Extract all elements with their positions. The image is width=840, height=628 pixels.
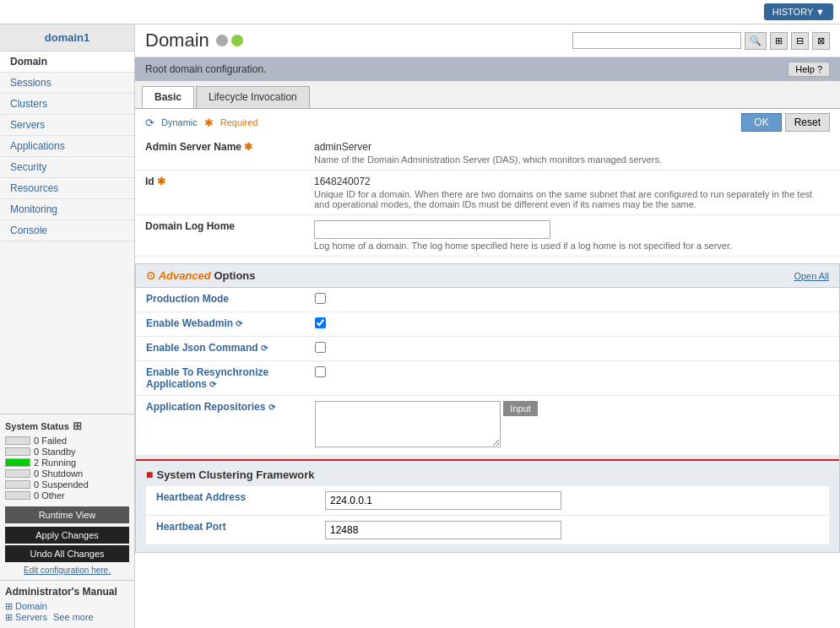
adv-label-production-mode: Production Mode xyxy=(136,288,305,312)
status-rows: 0 Failed 0 Standby 2 Running 0 Shutdown xyxy=(5,436,129,501)
tab-lifecycle-invocation[interactable]: Lifecycle Invocation xyxy=(196,86,310,108)
edit-config-link[interactable]: Edit configuration here. xyxy=(5,566,129,575)
page-title: Domain xyxy=(145,30,209,51)
runtime-view-button[interactable]: Runtime View xyxy=(5,506,129,523)
sidebar: domain1 Domain Sessions Clusters Servers… xyxy=(0,24,135,628)
search-button[interactable]: 🔍 xyxy=(745,32,767,50)
search-btn-4[interactable]: ⊠ xyxy=(812,32,830,50)
status-row-failed: 0 Failed xyxy=(5,436,129,446)
json-sync-icon: ⟳ xyxy=(261,344,268,353)
apply-changes-button[interactable]: Apply Changes xyxy=(5,527,129,544)
sidebar-item-servers[interactable]: Servers xyxy=(0,115,134,136)
status-row-running: 2 Running xyxy=(5,457,129,468)
enable-json-checkbox[interactable] xyxy=(315,342,326,353)
status-bar-shutdown xyxy=(5,469,30,478)
status-bar-running xyxy=(5,458,30,467)
field-label-id: Id ✱ xyxy=(135,171,304,215)
status-label-standby: 0 Standby xyxy=(34,447,76,457)
info-bar: Root domain configuration. Help ? xyxy=(135,57,840,81)
help-button[interactable]: Help ? xyxy=(788,62,830,77)
search-bar: 🔍 ⊞ ⊟ ⊠ xyxy=(572,32,830,50)
domain-circles xyxy=(216,35,243,46)
admin-manual-links: ⊞ Domain ⊞ Servers See more xyxy=(5,601,129,623)
reset-button[interactable]: Reset xyxy=(785,113,830,132)
admin-manual-servers-link[interactable]: ⊞ Servers xyxy=(5,612,47,622)
ok-button[interactable]: OK xyxy=(741,113,781,132)
sidebar-item-resources[interactable]: Resources xyxy=(0,178,134,199)
admin-manual-see-more-link[interactable]: See more xyxy=(53,612,94,622)
admin-server-desc: Name of the Domain Administration Server… xyxy=(314,154,830,165)
field-label-domain-log: Domain Log Home xyxy=(135,215,304,257)
field-value-domain-log: Log home of a domain. The log home speci… xyxy=(304,215,840,257)
sidebar-item-monitoring[interactable]: Monitoring xyxy=(0,199,134,220)
resync-sync-icon: ⟳ xyxy=(209,380,216,389)
table-row-id: Id ✱ 1648240072 Unique ID for a domain. … xyxy=(135,171,840,215)
app-wrapper: HISTORY ▼ domain1 Domain Sessions Cluste… xyxy=(0,0,840,628)
required-star-admin: ✱ xyxy=(244,141,252,153)
domain-log-home-input[interactable] xyxy=(314,220,550,239)
search-btn-3[interactable]: ⊟ xyxy=(791,32,809,50)
tab-basic[interactable]: Basic xyxy=(142,86,194,108)
dynamic-label: Dynamic xyxy=(161,117,198,127)
advanced-options-label: Options xyxy=(214,269,255,282)
advanced-icon: ⊙ xyxy=(146,269,155,282)
app-repos-input-button[interactable]: Input xyxy=(503,401,537,416)
search-btn-2[interactable]: ⊞ xyxy=(770,32,788,50)
cluster-icon: ■ xyxy=(146,468,153,481)
table-row-admin-server: Admin Server Name ✱ adminServer Name of … xyxy=(135,136,840,171)
sidebar-item-domain[interactable]: Domain xyxy=(0,51,134,73)
ok-reset-btns: OK Reset xyxy=(741,113,830,132)
sidebar-nav: Domain Sessions Clusters Servers Applica… xyxy=(0,51,134,414)
admin-manual: Administrator's Manual ⊞ Domain ⊞ Server… xyxy=(0,580,134,628)
status-label-failed: 0 Failed xyxy=(34,436,67,446)
app-repos-textarea[interactable] xyxy=(315,401,501,447)
cluster-value-heartbeat-port xyxy=(315,516,829,545)
system-status-header: System Status ⊞ xyxy=(5,420,129,432)
search-input[interactable] xyxy=(572,32,741,49)
required-star-id: ✱ xyxy=(157,176,165,187)
production-mode-checkbox[interactable] xyxy=(315,293,326,304)
cluster-row-heartbeat-port: Heartbeat Port xyxy=(146,516,829,545)
sidebar-item-console[interactable]: Console xyxy=(0,220,134,241)
adv-row-enable-json: Enable Json Command ⟳ xyxy=(136,337,839,361)
sidebar-item-applications[interactable]: Applications xyxy=(0,136,134,157)
heartbeat-address-input[interactable] xyxy=(325,491,561,510)
cluster-title-text: System Clustering Framework xyxy=(156,468,314,481)
status-label-suspended: 0 Suspended xyxy=(34,479,89,490)
system-status-add-icon[interactable]: ⊞ xyxy=(73,420,82,432)
status-label-running: 2 Running xyxy=(34,457,76,468)
admin-manual-domain-link[interactable]: ⊞ Domain xyxy=(5,601,47,611)
status-bar-suspended xyxy=(5,480,30,489)
enable-resync-checkbox[interactable] xyxy=(315,366,326,377)
history-button[interactable]: HISTORY ▼ xyxy=(764,3,833,20)
sidebar-item-security[interactable]: Security xyxy=(0,157,134,178)
domain-log-desc: Log home of a domain. The log home speci… xyxy=(314,241,830,251)
enable-webadmin-checkbox[interactable] xyxy=(315,317,326,328)
required-star-icon: ✱ xyxy=(204,116,214,129)
tabs-bar: Basic Lifecycle Invocation xyxy=(135,81,840,109)
field-label-admin-server: Admin Server Name ✱ xyxy=(135,136,304,171)
system-cluster-title: ■ System Clustering Framework xyxy=(146,468,829,481)
adv-label-enable-json: Enable Json Command ⟳ xyxy=(136,337,305,361)
heartbeat-port-input[interactable] xyxy=(325,521,561,539)
id-value: 1648240072 xyxy=(314,176,830,187)
form-icons-row: ⟳ Dynamic ✱ Required OK Reset xyxy=(135,109,840,136)
dynamic-arrow-icon: ⟳ xyxy=(145,116,154,129)
field-value-id: 1648240072 Unique ID for a domain. When … xyxy=(304,171,840,215)
cluster-value-heartbeat-address xyxy=(315,486,829,516)
status-row-shutdown: 0 Shutdown xyxy=(5,468,129,479)
admin-server-value: adminServer xyxy=(314,141,830,153)
system-cluster-section: ■ System Clustering Framework Heartbeat … xyxy=(136,459,839,552)
app-repos-sync-icon: ⟳ xyxy=(268,403,275,412)
sidebar-item-clusters[interactable]: Clusters xyxy=(0,94,134,115)
status-label-other: 0 Other xyxy=(34,490,65,501)
content-area: Domain 🔍 ⊞ ⊟ ⊠ Root domain configuration… xyxy=(135,24,840,628)
open-all-link[interactable]: Open All xyxy=(794,271,829,281)
advanced-header: ⊙ Advanced Options Open All xyxy=(136,264,839,288)
system-status: System Status ⊞ 0 Failed 0 Standby 2 Run… xyxy=(0,414,134,580)
advanced-title: ⊙ Advanced Options xyxy=(146,269,256,282)
sidebar-item-sessions[interactable]: Sessions xyxy=(0,73,134,94)
id-desc: Unique ID for a domain. When there are t… xyxy=(314,189,830,209)
undo-changes-button[interactable]: Undo All Changes xyxy=(5,545,129,562)
cluster-form-table: Heartbeat Address Heartbeat Port xyxy=(146,486,829,545)
